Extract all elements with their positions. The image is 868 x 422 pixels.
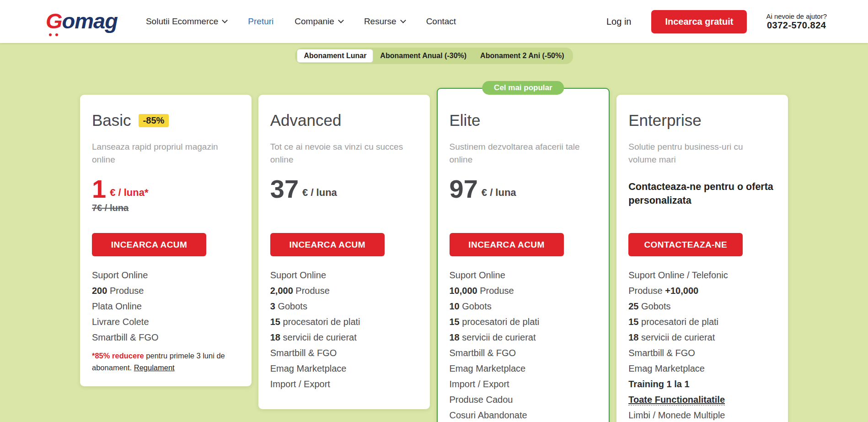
chevron-down-icon — [400, 17, 406, 23]
plan-title: Enterprise — [628, 111, 702, 130]
site-header: Gomag Solutii EcommercePreturiCompanieRe… — [0, 0, 868, 43]
billing-tab-abonament-anual-30-[interactable]: Abonament Anual (-30%) — [373, 49, 473, 63]
price-number: 1 — [92, 176, 106, 202]
feature-item: Produse Cadou — [450, 392, 597, 407]
feature-item: Smartbill & FGO — [628, 345, 776, 361]
login-link[interactable]: Log in — [606, 16, 632, 27]
plan-price: 37 € / luna — [270, 176, 418, 202]
discount-badge: -85% — [139, 114, 169, 127]
main-nav: Solutii EcommercePreturiCompanieResurseC… — [146, 16, 477, 27]
billing-tab-abonament-2-ani-50-[interactable]: Abonament 2 Ani (-50%) — [473, 49, 571, 63]
pricing-section: Abonament LunarAbonament Anual (-30%)Abo… — [0, 43, 868, 422]
feature-item: Smartbill & FGO — [92, 330, 240, 345]
plan-cards: Basic -85% Lanseaza rapid propriul magaz… — [80, 95, 788, 422]
plan-title: Advanced — [270, 111, 342, 130]
try-now-button[interactable]: INCEARCA ACUM — [450, 233, 564, 256]
plan-card-top: Enterprise Solutie pentru business-uri c… — [628, 111, 776, 233]
feature-item: 18 servicii de curierat — [270, 330, 418, 345]
feature-item: Import / Export — [270, 376, 418, 392]
plan-card-basic: Basic -85% Lanseaza rapid propriul magaz… — [80, 95, 252, 386]
cart-g-icon: G — [46, 9, 62, 33]
chevron-down-icon — [222, 17, 228, 23]
plan-price: 1 € / luna* — [92, 176, 240, 202]
nav-item-companie[interactable]: Companie — [295, 16, 343, 27]
plan-description: Lanseaza rapid propriul magazin online — [92, 141, 229, 166]
plan-title: Basic — [92, 111, 131, 130]
billing-tab-abonament-lunar[interactable]: Abonament Lunar — [297, 49, 373, 63]
help-label: Ai nevoie de ajutor? — [766, 12, 827, 20]
plan-card-top: Basic -85% Lanseaza rapid propriul magaz… — [92, 111, 240, 233]
billing-period-tabs: Abonament LunarAbonament Anual (-30%)Abo… — [295, 48, 573, 64]
feature-list: Suport Online2,000 Produse3 Gobots15 pro… — [270, 267, 418, 392]
feature-item: 18 servicii de curierat — [628, 330, 776, 345]
contact-offer-text: Contacteaza-ne pentru o oferta personali… — [628, 180, 776, 207]
feature-item: Suport Online / Telefonic — [628, 267, 776, 283]
price-unit: € / luna — [302, 187, 337, 199]
feature-item: 15 procesatori de plati — [450, 314, 597, 330]
chevron-down-icon — [338, 17, 344, 23]
feature-item: 10,000 Produse — [450, 283, 597, 298]
discount-footnote: *85% reducere pentru primele 3 luni de a… — [92, 350, 240, 373]
try-now-button[interactable]: INCEARCA ACUM — [270, 233, 385, 256]
feature-item: 3 Gobots — [270, 298, 418, 314]
feature-item: Toate Functionalitatile — [628, 392, 776, 407]
plan-title: Elite — [450, 111, 481, 130]
feature-list: Suport Online10,000 Produse10 Gobots15 p… — [450, 267, 597, 422]
price-number: 97 — [450, 176, 478, 202]
gomag-logo[interactable]: Gomag — [46, 8, 118, 33]
plan-card-elite: Cel mai popular Elite Sustinem dezvoltar… — [437, 88, 610, 422]
price-unit: € / luna* — [110, 187, 148, 199]
old-price: 7€ / luna — [92, 203, 240, 213]
feature-item: Limbi / Monede Multiple — [628, 407, 776, 422]
plan-description: Sustinem dezvoltarea afacerii tale onlin… — [450, 141, 587, 166]
nav-item-solutii-ecommerce[interactable]: Solutii Ecommerce — [146, 16, 227, 27]
feature-item: 25 Gobots — [628, 298, 776, 314]
feature-item: Suport Online — [270, 267, 418, 283]
price-number: 37 — [270, 176, 299, 202]
feature-item: Plata Online — [92, 298, 240, 314]
feature-item: Training 1 la 1 — [628, 376, 776, 392]
feature-item: 18 servicii de curierat — [450, 330, 597, 345]
price-unit: € / luna — [482, 187, 516, 199]
most-popular-badge: Cel mai popular — [482, 81, 564, 95]
nav-item-resurse[interactable]: Resurse — [364, 16, 405, 27]
feature-item: Emag Marketplace — [450, 361, 597, 376]
help-block: Ai nevoie de ajutor? 0372-570.824 — [766, 12, 827, 31]
nav-item-contact[interactable]: Contact — [426, 16, 456, 27]
feature-item: Cosuri Abandonate — [450, 407, 597, 422]
feature-item: Emag Marketplace — [270, 361, 418, 376]
feature-item: 200 Produse — [92, 283, 240, 298]
feature-item: Smartbill & FGO — [450, 345, 597, 361]
plan-card-enterprise: Enterprise Solutie pentru business-uri c… — [616, 95, 788, 422]
feature-list: Suport Online200 ProdusePlata OnlineLivr… — [92, 267, 240, 345]
plan-card-advanced: Advanced Tot ce ai nevoie sa vinzi cu su… — [258, 95, 430, 409]
feature-item: 10 Gobots — [450, 298, 597, 314]
plan-price: 97 € / luna — [450, 176, 597, 202]
contact-us-button[interactable]: CONTACTEAZA-NE — [628, 233, 743, 256]
feature-item: 2,000 Produse — [270, 283, 418, 298]
plan-description: Solutie pentru business-uri cu volume ma… — [628, 141, 766, 166]
header-right: Log in Incearca gratuit Ai nevoie de aju… — [606, 10, 827, 33]
nav-item-preturi[interactable]: Preturi — [248, 16, 273, 27]
feature-item: Livrare Colete — [92, 314, 240, 330]
feature-list: Suport Online / TelefonicProduse +10,000… — [628, 267, 776, 422]
feature-item: Smartbill & FGO — [270, 345, 418, 361]
feature-item: Suport Online — [92, 267, 240, 283]
feature-item: 15 procesatori de plati — [628, 314, 776, 330]
plan-card-top: Advanced Tot ce ai nevoie sa vinzi cu su… — [270, 111, 418, 233]
regulament-link[interactable]: Regulament — [134, 363, 175, 372]
try-free-button[interactable]: Incearca gratuit — [651, 10, 747, 33]
phone-number[interactable]: 0372-570.824 — [766, 20, 827, 31]
feature-item: Produse +10,000 — [628, 283, 776, 298]
feature-item: Emag Marketplace — [628, 361, 776, 376]
feature-item: 15 procesatori de plati — [270, 314, 418, 330]
feature-item: Import / Export — [450, 376, 597, 392]
feature-item: Suport Online — [450, 267, 597, 283]
plan-description: Tot ce ai nevoie sa vinzi cu succes onli… — [270, 141, 407, 166]
plan-card-top: Elite Sustinem dezvoltarea afacerii tale… — [450, 111, 597, 233]
try-now-button[interactable]: INCEARCA ACUM — [92, 233, 206, 256]
